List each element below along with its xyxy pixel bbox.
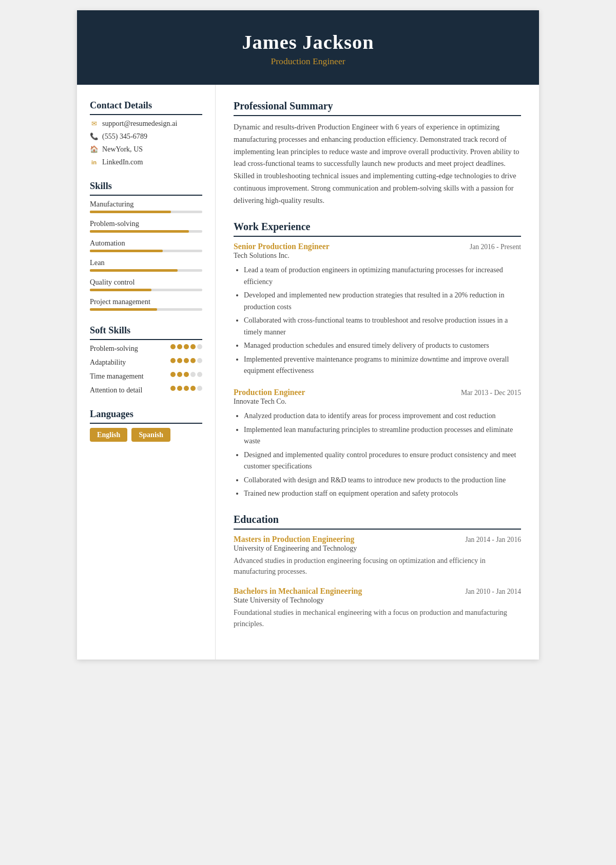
skill-item: Lean — [90, 258, 202, 272]
skill-dot — [170, 386, 176, 391]
skill-bar-fill — [90, 211, 171, 213]
candidate-title: Production Engineer — [98, 56, 518, 67]
skill-item: Manufacturing — [90, 200, 202, 213]
skill-dot — [177, 358, 182, 363]
phone-value: (555) 345-6789 — [102, 132, 147, 141]
edu-dates: Jan 2014 - Jan 2016 — [465, 536, 521, 544]
resume-body: Contact Details ✉ support@resumedesign.a… — [77, 85, 539, 660]
skill-item: Automation — [90, 239, 202, 252]
work-entry: Senior Production Engineer Jan 2016 - Pr… — [234, 242, 521, 377]
skill-dot — [197, 344, 202, 349]
sidebar: Contact Details ✉ support@resumedesign.a… — [77, 85, 216, 660]
work-entry: Production Engineer Mar 2013 - Dec 2015 … — [234, 388, 521, 499]
skill-name: Problem-solving — [90, 219, 202, 228]
edu-header: Bachelors in Mechanical Engineering Jan … — [234, 587, 521, 596]
contact-phone: 📞 (555) 345-6789 — [90, 132, 202, 141]
edu-school: University of Engineering and Technology — [234, 544, 521, 553]
soft-skills-title: Soft Skills — [90, 325, 202, 340]
education-entry: Bachelors in Mechanical Engineering Jan … — [234, 587, 521, 630]
skill-bar-fill — [90, 269, 178, 272]
summary-section: Professional Summary Dynamic and results… — [234, 100, 521, 206]
skill-item: Project management — [90, 297, 202, 311]
skill-bar-fill — [90, 250, 163, 252]
work-header: Production Engineer Mar 2013 - Dec 2015 — [234, 388, 521, 397]
skill-dots — [170, 358, 202, 363]
skill-dot — [184, 372, 189, 377]
languages-title: Languages — [90, 409, 202, 424]
work-bullet: Managed production schedules and ensured… — [244, 340, 521, 351]
work-bullets: Lead a team of production engineers in o… — [234, 264, 521, 377]
skill-bar-fill — [90, 289, 151, 291]
contact-linkedin: in LinkedIn.com — [90, 158, 202, 166]
contact-email: ✉ support@resumedesign.ai — [90, 119, 202, 128]
resume-header: James Jackson Production Engineer — [77, 10, 539, 85]
linkedin-value: LinkedIn.com — [102, 158, 143, 166]
language-badge: English — [90, 428, 127, 442]
language-badge: Spanish — [131, 428, 170, 442]
soft-skills-list: Problem-solving Adaptability Time manage… — [90, 344, 202, 394]
address-icon: 🏠 — [90, 145, 98, 154]
job-title: Senior Production Engineer — [234, 242, 330, 251]
skill-dot — [177, 386, 182, 391]
skill-bar-bg — [90, 250, 202, 252]
edu-degree: Bachelors in Mechanical Engineering — [234, 587, 362, 596]
phone-icon: 📞 — [90, 133, 98, 141]
soft-skill-name: Adaptability — [90, 358, 166, 367]
email-value: support@resumedesign.ai — [102, 119, 177, 128]
skill-name: Automation — [90, 239, 202, 248]
work-title: Work Experience — [234, 221, 521, 237]
edu-desc: Advanced studies in production engineeri… — [234, 555, 521, 578]
contact-section: Contact Details ✉ support@resumedesign.a… — [90, 100, 202, 166]
skill-dot — [197, 372, 202, 377]
soft-skill-item: Attention to detail — [90, 386, 202, 394]
work-company: Innovate Tech Co. — [234, 397, 521, 406]
skill-dots — [170, 372, 202, 377]
contact-section-title: Contact Details — [90, 100, 202, 115]
work-bullet: Implemented preventive maintenance progr… — [244, 353, 521, 377]
soft-skill-name: Time management — [90, 372, 166, 381]
skill-dots — [170, 344, 202, 349]
edu-desc: Foundational studies in mechanical engin… — [234, 607, 521, 630]
work-bullet: Analyzed production data to identify are… — [244, 410, 521, 422]
skill-name: Lean — [90, 258, 202, 267]
skill-bar-fill — [90, 308, 157, 311]
skill-bar-bg — [90, 269, 202, 272]
summary-title: Professional Summary — [234, 100, 521, 116]
education-title: Education — [234, 514, 521, 530]
languages-section: Languages EnglishSpanish — [90, 409, 202, 442]
skills-list: Manufacturing Problem-solving Automation… — [90, 200, 202, 311]
contact-list: ✉ support@resumedesign.ai 📞 (555) 345-67… — [90, 119, 202, 166]
work-bullet: Implemented lean manufacturing principle… — [244, 424, 521, 447]
edu-degree: Masters in Production Engineering — [234, 535, 354, 544]
language-badges: EnglishSpanish — [90, 428, 202, 442]
skill-dot — [190, 344, 196, 349]
work-header: Senior Production Engineer Jan 2016 - Pr… — [234, 242, 521, 251]
work-dates: Mar 2013 - Dec 2015 — [461, 389, 521, 397]
skill-name: Quality control — [90, 278, 202, 287]
work-bullet: Designed and implemented quality control… — [244, 449, 521, 472]
main-content: Professional Summary Dynamic and results… — [216, 85, 539, 660]
skill-dot — [184, 386, 189, 391]
skill-dot — [190, 372, 196, 377]
soft-skill-name: Problem-solving — [90, 344, 166, 353]
skills-section: Skills Manufacturing Problem-solving Aut… — [90, 181, 202, 311]
edu-school: State University of Technology — [234, 596, 521, 605]
education-section: Education Masters in Production Engineer… — [234, 514, 521, 630]
skill-dot — [177, 372, 182, 377]
work-company: Tech Solutions Inc. — [234, 251, 521, 260]
skill-dot — [190, 386, 196, 391]
resume-container: James Jackson Production Engineer Contac… — [77, 10, 539, 660]
skill-item: Quality control — [90, 278, 202, 291]
work-bullet: Trained new production staff on equipmen… — [244, 487, 521, 499]
soft-skill-item: Problem-solving — [90, 344, 202, 353]
skill-name: Project management — [90, 297, 202, 306]
skill-bar-fill — [90, 230, 189, 233]
candidate-name: James Jackson — [98, 31, 518, 53]
work-bullet: Lead a team of production engineers in o… — [244, 264, 521, 287]
skill-bar-bg — [90, 230, 202, 233]
skill-dot — [184, 358, 189, 363]
skill-bar-bg — [90, 211, 202, 213]
skill-dot — [197, 386, 202, 391]
skill-dot — [177, 344, 182, 349]
skill-dots — [170, 386, 202, 391]
